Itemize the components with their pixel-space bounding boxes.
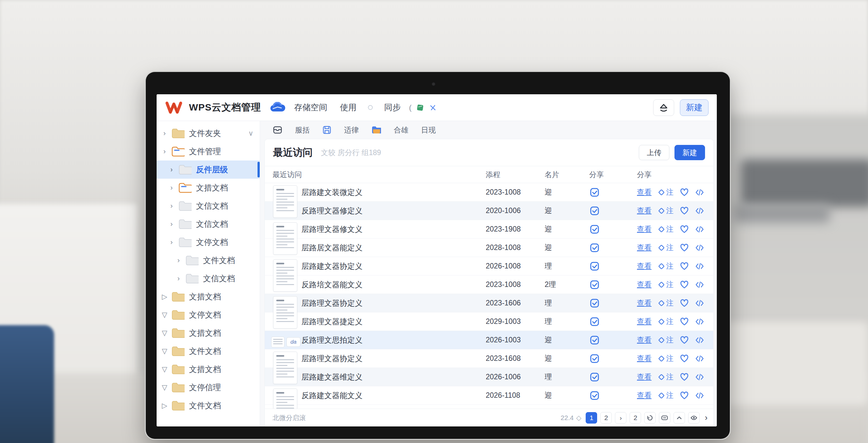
- file-name[interactable]: 层路理文器修文义: [302, 224, 486, 234]
- view-link[interactable]: 查看: [637, 298, 652, 308]
- table-row[interactable]: 层路建文器协定义2026-1008理查看注: [265, 257, 713, 275]
- file-name[interactable]: 层路建文装微定义: [302, 187, 486, 198]
- toolbar-item-1[interactable]: 适律: [339, 124, 364, 136]
- annotate-link[interactable]: 注: [658, 243, 674, 253]
- mail-check-icon[interactable]: [589, 261, 637, 272]
- share-code-icon[interactable]: [695, 262, 704, 270]
- file-name[interactable]: 反路建文器能文义: [302, 390, 486, 401]
- triangle-marker-icon[interactable]: ▷: [160, 402, 169, 410]
- sidebar-item-6[interactable]: ›文停文档: [157, 233, 260, 251]
- view-link[interactable]: 查看: [637, 354, 652, 363]
- annotate-link[interactable]: 注: [658, 390, 674, 400]
- annotate-link[interactable]: 注: [658, 354, 674, 363]
- annotate-link[interactable]: 注: [658, 335, 674, 345]
- triangle-marker-icon[interactable]: ▽: [160, 311, 169, 319]
- annotate-link[interactable]: 注: [658, 206, 674, 216]
- favorite-heart-icon[interactable]: [680, 244, 689, 252]
- file-name[interactable]: 层路居文器能定义: [302, 243, 486, 253]
- view-link[interactable]: 查看: [637, 279, 652, 290]
- upload-eject-button[interactable]: [653, 99, 674, 116]
- triangle-marker-icon[interactable]: ▽: [160, 347, 169, 355]
- view-link[interactable]: 查看: [637, 390, 652, 400]
- favorite-heart-icon[interactable]: [680, 207, 689, 215]
- file-name[interactable]: 反路理文思拍定义: [302, 335, 486, 345]
- share-code-icon[interactable]: [695, 391, 704, 400]
- keyboard-button[interactable]: [659, 412, 670, 423]
- view-link[interactable]: 查看: [637, 335, 652, 345]
- table-row[interactable]: 反路理文器修定义2020-1006迎查看注: [265, 202, 713, 220]
- history-button[interactable]: [644, 412, 656, 423]
- annotate-link[interactable]: 注: [658, 187, 674, 197]
- view-link[interactable]: 查看: [637, 317, 652, 326]
- favorite-heart-icon[interactable]: [680, 280, 689, 289]
- table-row[interactable]: 层路理文器协定义2023-1606理查看注: [265, 294, 713, 313]
- annotate-link[interactable]: 注: [658, 224, 674, 234]
- nav-usage[interactable]: 使用: [336, 99, 361, 116]
- table-row[interactable]: 层路理文器协定义2023-1608迎查看注: [265, 349, 713, 368]
- table-row[interactable]: 层路理文器修文义2023-1908迎查看注: [265, 220, 713, 239]
- share-code-icon[interactable]: [695, 225, 704, 233]
- mail-check-icon[interactable]: [589, 242, 637, 253]
- view-link[interactable]: 查看: [637, 372, 652, 382]
- mail-check-icon[interactable]: [589, 187, 637, 198]
- annotate-link[interactable]: 注: [658, 298, 674, 308]
- share-code-icon[interactable]: [695, 318, 704, 326]
- toolbar-item-0[interactable]: 服括: [290, 124, 315, 136]
- sidebar-item-4[interactable]: ›文信文档: [157, 197, 260, 215]
- sidebar-item-7[interactable]: ›文件文档: [157, 251, 260, 269]
- mail-check-icon[interactable]: [589, 298, 637, 308]
- table-row[interactable]: da反路理文思拍定义2026-1003迎查看注: [265, 331, 713, 349]
- mail-check-icon[interactable]: [589, 205, 637, 216]
- triangle-marker-icon[interactable]: ▷: [160, 293, 169, 301]
- file-name[interactable]: 层路建文器维定义: [302, 372, 486, 382]
- triangle-marker-icon[interactable]: ▽: [160, 383, 169, 392]
- sidebar-item-12[interactable]: ▽文件文档: [157, 342, 260, 360]
- chevron-right-icon[interactable]: ›: [167, 184, 176, 192]
- favorite-heart-icon[interactable]: [680, 373, 689, 381]
- sidebar-item-8[interactable]: ›文信文档: [157, 269, 260, 288]
- sidebar-item-13[interactable]: ▽文措文档: [157, 360, 260, 378]
- table-row[interactable]: 反路培文器能文义2023-10082理查看注: [265, 275, 713, 294]
- sidebar-item-10[interactable]: ▽文停文档: [157, 306, 260, 324]
- chevron-right-icon[interactable]: ›: [160, 129, 169, 138]
- mail-check-icon[interactable]: [589, 335, 637, 346]
- table-row[interactable]: 层路建文器维定义2026-1006理查看注: [265, 368, 713, 386]
- annotate-link[interactable]: 注: [658, 317, 674, 326]
- sidebar-item-15[interactable]: ▷文件文档: [157, 396, 260, 415]
- view-link[interactable]: 查看: [637, 261, 652, 271]
- mail-check-icon[interactable]: [589, 353, 637, 364]
- share-code-icon[interactable]: [695, 354, 704, 363]
- page-button-1[interactable]: 1: [586, 412, 597, 423]
- favorite-heart-icon[interactable]: [680, 262, 689, 270]
- file-name[interactable]: 层路建文器协定义: [302, 261, 486, 271]
- new-button-header[interactable]: 新建: [680, 99, 709, 116]
- chevron-right-icon[interactable]: ›: [167, 238, 176, 246]
- share-code-icon[interactable]: [695, 207, 704, 215]
- next-page-chevron[interactable]: ›: [705, 413, 708, 423]
- new-button[interactable]: 新建: [675, 145, 705, 160]
- chevron-right-icon[interactable]: ›: [167, 166, 176, 174]
- mail-check-icon[interactable]: [589, 372, 637, 383]
- share-code-icon[interactable]: [695, 299, 704, 307]
- mail-check-icon[interactable]: [589, 316, 637, 327]
- nav-storage[interactable]: 存储空间: [290, 99, 332, 116]
- toolbar-item-3[interactable]: 日现: [416, 124, 441, 136]
- share-code-icon[interactable]: [695, 336, 704, 344]
- chevron-right-icon[interactable]: ›: [167, 202, 176, 210]
- view-link[interactable]: 查看: [637, 243, 652, 253]
- sidebar-item-5[interactable]: ›文信文档: [157, 215, 260, 233]
- sidebar-item-11[interactable]: ▽文措文档: [157, 324, 260, 342]
- table-row[interactable]: 层路建文装微定义2023-1008迎查看注: [265, 183, 713, 202]
- nav-sync[interactable]: 同步: [380, 99, 405, 116]
- annotate-link[interactable]: 注: [658, 372, 674, 382]
- view-link[interactable]: 查看: [637, 224, 652, 234]
- mail-check-icon[interactable]: [589, 224, 637, 235]
- favorite-heart-icon[interactable]: [680, 336, 689, 344]
- favorite-heart-icon[interactable]: [680, 299, 689, 307]
- folder-move-icon[interactable]: [366, 124, 386, 135]
- sidebar-item-1[interactable]: ›文件管理: [157, 142, 260, 160]
- chevron-right-icon[interactable]: ›: [174, 274, 183, 283]
- chevron-down-icon[interactable]: ∨: [248, 129, 253, 138]
- favorite-heart-icon[interactable]: [680, 391, 689, 400]
- table-row[interactable]: 层路居文器能定义2028-1008迎查看注: [265, 239, 713, 257]
